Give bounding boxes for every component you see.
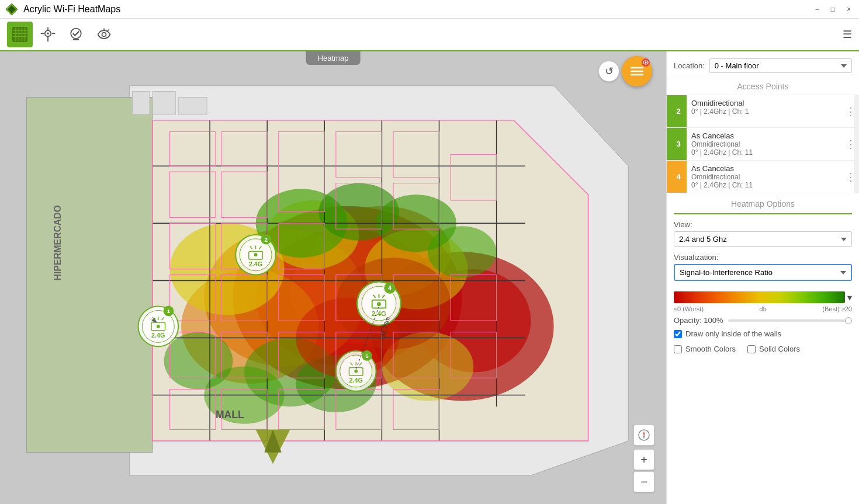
heatmap-tool-button[interactable] [7, 22, 33, 47]
gradient-max-label: (Best) ≥20 [822, 305, 852, 312]
ap-detail: 0° | 2.4Ghz | Ch: 1 [691, 107, 838, 116]
main-content: Heatmap ↺ [0, 51, 859, 504]
close-button[interactable]: × [843, 4, 854, 15]
svg-point-16 [71, 29, 81, 39]
solid-colors-label: Solid Colors [759, 345, 800, 353]
ap-item-3: 3 As Cancelas Omnidirectional 0° | 2.4Gh… [667, 128, 859, 161]
solid-colors-row: Solid Colors [747, 345, 800, 353]
ap-item-4: 4 As Cancelas Omnidirectional 0° | 2.4Gh… [667, 161, 859, 193]
draw-walls-checkbox[interactable] [674, 330, 682, 338]
ap-scrollbar[interactable] [854, 95, 859, 193]
menu-icon[interactable]: ☰ [843, 28, 852, 41]
ap-name: As Cancelas [691, 131, 838, 140]
zoom-out-button[interactable]: − [633, 471, 654, 492]
gradient-dropdown-arrow[interactable]: ▾ [847, 292, 852, 303]
visualization-label: Visualization: [674, 253, 852, 262]
floor-plan-map[interactable]: HIPERMERCADO [0, 51, 666, 504]
svg-point-18 [102, 33, 106, 37]
heatmap-tab: Heatmap [306, 51, 361, 65]
gradient-center-label: db [760, 305, 767, 312]
app-logo [5, 2, 19, 16]
svg-point-101 [157, 325, 160, 328]
ap-detail: 0° | 2.4Ghz | Ch: 11 [691, 181, 838, 189]
gradient-row: ▾ [674, 291, 852, 303]
svg-text:2.4G: 2.4G [349, 377, 363, 384]
draw-walls-label: Draw only inside of the walls [685, 329, 781, 338]
draw-walls-row: Draw only inside of the walls [674, 329, 852, 338]
ap-number: 2 [670, 95, 687, 127]
svg-point-131 [354, 369, 358, 373]
smooth-colors-label: Smooth Colors [685, 345, 736, 353]
svg-rect-139 [153, 92, 175, 114]
svg-text:2: 2 [264, 237, 268, 243]
access-points-section: Access Points 2 Omnidirectional 0° | 2.4… [667, 78, 859, 193]
maximize-button[interactable]: □ [827, 4, 839, 15]
svg-rect-138 [133, 92, 150, 114]
svg-point-22 [645, 62, 647, 64]
ap-info: As Cancelas Omnidirectional 0° | 2.4Ghz … [687, 161, 843, 193]
gradient-bar [674, 291, 845, 303]
ap-info: Omnidirectional 0° | 2.4Ghz | Ch: 1 [687, 95, 843, 127]
titlebar: Acrylic Wi-Fi HeatMaps − □ × [0, 0, 859, 19]
scan-tool-button[interactable] [91, 22, 117, 47]
heatmap-options-section: Heatmap Options View: 2.4 and 5 Ghz 2.4 … [667, 193, 859, 363]
app-title: Acrylic Wi-Fi HeatMaps [23, 4, 120, 15]
solid-colors-checkbox[interactable] [747, 345, 756, 353]
svg-text:2.4G: 2.4G [249, 260, 262, 267]
svg-text:1: 1 [167, 308, 171, 314]
titlebar-left: Acrylic Wi-Fi HeatMaps [5, 2, 120, 16]
location-tool-button[interactable] [35, 22, 61, 47]
ap-number: 4 [670, 161, 687, 193]
bottom-checkboxes: Smooth Colors Solid Colors [674, 342, 852, 356]
zoom-in-button[interactable]: + [633, 449, 654, 470]
titlebar-controls[interactable]: − □ × [812, 4, 854, 15]
smooth-colors-checkbox[interactable] [674, 345, 682, 353]
ap-info: As Cancelas Omnidirectional 0° | 2.4Ghz … [687, 128, 843, 160]
ap-detail-sub: Omnidirectional [691, 173, 838, 181]
ap-name: As Cancelas [691, 164, 838, 173]
ap-detail-sub: Omnidirectional [691, 140, 838, 148]
undo-button[interactable]: ↺ [598, 61, 619, 82]
view-label: View: [674, 220, 852, 229]
svg-point-11 [47, 33, 49, 35]
svg-text:5: 5 [365, 353, 369, 359]
access-points-list: 2 Omnidirectional 0° | 2.4Ghz | Ch: 1 ⋮ … [667, 95, 859, 193]
location-select[interactable]: 0 - Main floor 1 - First floor 2 - Secon… [709, 58, 852, 73]
certificate-tool-button[interactable] [63, 22, 89, 47]
gradient-min-label: ≤0 (Worst) [674, 305, 704, 312]
svg-point-121 [377, 302, 381, 306]
right-panel: Location: 0 - Main floor 1 - First floor… [666, 51, 859, 504]
svg-point-45 [428, 226, 497, 277]
zoom-controls[interactable]: + − [633, 425, 654, 492]
svg-rect-140 [178, 97, 207, 114]
map-area[interactable]: Heatmap ↺ [0, 51, 666, 504]
svg-text:2.4G: 2.4G [151, 332, 165, 339]
visualization-select[interactable]: Signal-to-Interference Ratio Signal Stre… [674, 264, 852, 281]
compass-icon [638, 429, 650, 442]
gradient-labels: ≤0 (Worst) db (Best) ≥20 [674, 305, 852, 312]
svg-text:4: 4 [388, 284, 392, 291]
fab-button[interactable] [622, 56, 652, 86]
svg-rect-28 [26, 97, 153, 452]
minimize-button[interactable]: − [812, 4, 823, 15]
view-select[interactable]: 2.4 and 5 Ghz 2.4 Ghz only 5 Ghz only [674, 231, 852, 247]
svg-line-20 [107, 29, 109, 32]
smooth-colors-row: Smooth Colors [674, 345, 736, 353]
location-label: Location: [674, 61, 705, 70]
opacity-slider[interactable] [728, 319, 852, 322]
ap-item-2: 2 Omnidirectional 0° | 2.4Ghz | Ch: 1 ⋮ [667, 95, 859, 128]
toolbar: ☰ [0, 19, 859, 51]
heatmap-options-header: Heatmap Options [674, 193, 852, 214]
ap-name: Omnidirectional [691, 99, 838, 107]
opacity-row: Opacity: 100% [674, 316, 852, 325]
opacity-label: Opacity: 100% [674, 316, 723, 325]
hipermercado-label: HIPERMERCADO [53, 205, 63, 280]
ap-number: 3 [670, 128, 687, 160]
compass-button[interactable] [633, 425, 654, 446]
svg-point-111 [254, 253, 258, 256]
location-row: Location: 0 - Main floor 1 - First floor… [667, 51, 859, 78]
access-points-header: Access Points [667, 78, 859, 95]
svg-point-49 [164, 332, 233, 390]
mall-label: MALL [216, 409, 244, 420]
ap-detail: 0° | 2.4Ghz | Ch: 11 [691, 148, 838, 157]
